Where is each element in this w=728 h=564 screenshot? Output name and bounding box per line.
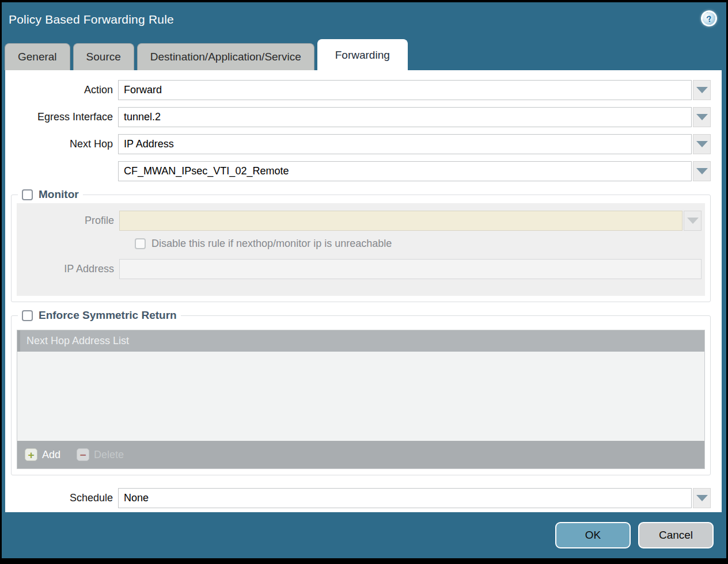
tab-forwarding[interactable]: Forwarding [317, 39, 408, 70]
enforce-symmetric-return-legend: Enforce Symmetric Return [18, 309, 181, 322]
help-icon[interactable]: ? [699, 9, 719, 28]
chevron-down-icon [687, 218, 699, 224]
egress-interface-row: Egress Interface tunnel.2 [5, 107, 711, 127]
next-hop-address-list-header: Next Hop Address List [17, 330, 704, 352]
dialog-window: Policy Based Forwarding Rule ? General S… [0, 0, 728, 564]
next-hop-label: Next Hop [5, 138, 118, 150]
disable-rule-row: Disable this rule if nexthop/monitor ip … [135, 238, 702, 250]
egress-interface-value[interactable]: tunnel.2 [118, 107, 692, 127]
next-hop-address-list-header-label: Next Hop Address List [26, 335, 129, 347]
next-hop-row: Next Hop IP Address [5, 134, 711, 154]
minus-icon: − [77, 448, 89, 461]
action-label: Action [5, 84, 118, 96]
next-hop-dropdown[interactable]: IP Address [118, 134, 711, 154]
next-hop-address-value[interactable]: CF_MWAN_IPsec_VTI_02_Remote [118, 161, 692, 181]
schedule-row: Schedule None [5, 488, 711, 508]
chevron-down-icon [696, 87, 708, 93]
plus-icon: + [25, 448, 37, 461]
tab-source[interactable]: Source [73, 43, 134, 70]
disable-rule-label: Disable this rule if nexthop/monitor ip … [151, 238, 392, 250]
dialog-footer: OK Cancel [2, 512, 726, 558]
schedule-dropdown-button[interactable] [693, 488, 711, 508]
monitor-ip-address-row: IP Address [17, 259, 702, 279]
next-hop-address-list-body[interactable] [17, 352, 704, 441]
enforce-symmetric-return-legend-label: Enforce Symmetric Return [39, 309, 177, 322]
enforce-symmetric-return-checkbox[interactable] [22, 310, 33, 321]
add-button-label: Add [42, 449, 60, 461]
profile-dropdown [119, 211, 702, 231]
monitor-checkbox[interactable] [22, 189, 33, 200]
schedule-label: Schedule [5, 492, 118, 504]
add-button[interactable]: + Add [25, 448, 60, 461]
tab-destination-application-service[interactable]: Destination/Application/Service [137, 43, 314, 70]
profile-row: Profile [17, 211, 702, 231]
forwarding-tab-panel: Action Forward Egress Interface tunnel.2… [5, 70, 722, 512]
next-hop-address-row: CF_MWAN_IPsec_VTI_02_Remote [5, 161, 711, 181]
monitor-ip-address-field-wrap [119, 259, 702, 279]
monitor-ip-address-label: IP Address [17, 263, 119, 275]
delete-button-label: Delete [94, 449, 124, 461]
dialog-title: Policy Based Forwarding Rule [9, 13, 174, 26]
schedule-dropdown[interactable]: None [118, 488, 711, 508]
profile-label: Profile [17, 215, 119, 227]
dialog-frame: Policy Based Forwarding Rule ? General S… [2, 2, 726, 558]
egress-interface-dropdown[interactable]: tunnel.2 [118, 107, 711, 127]
ok-button[interactable]: OK [555, 522, 631, 548]
monitor-legend: Monitor [18, 188, 83, 201]
next-hop-address-dropdown-button[interactable] [693, 161, 711, 181]
next-hop-address-list-table: Next Hop Address List + Add − Delete [17, 330, 705, 469]
action-value[interactable]: Forward [118, 80, 692, 100]
monitor-disabled-panel: Profile Disable this rule if nexthop/mon… [17, 203, 705, 296]
next-hop-address-list-toolbar: + Add − Delete [17, 441, 704, 468]
schedule-value[interactable]: None [118, 488, 692, 508]
title-bar: Policy Based Forwarding Rule ? [2, 2, 726, 39]
chevron-down-icon [696, 114, 708, 120]
monitor-legend-label: Monitor [39, 188, 79, 201]
action-row: Action Forward [5, 80, 711, 100]
next-hop-address-dropdown[interactable]: CF_MWAN_IPsec_VTI_02_Remote [118, 161, 711, 181]
tab-general[interactable]: General [5, 43, 70, 70]
egress-interface-label: Egress Interface [5, 111, 118, 123]
egress-interface-dropdown-button[interactable] [693, 107, 711, 127]
disable-rule-checkbox [135, 238, 146, 249]
cancel-button[interactable]: Cancel [638, 522, 714, 548]
action-dropdown[interactable]: Forward [118, 80, 711, 100]
action-dropdown-button[interactable] [693, 80, 711, 100]
monitor-section: Monitor Profile Disable this rule if nex… [11, 188, 711, 302]
next-hop-dropdown-button[interactable] [693, 134, 711, 154]
chevron-down-icon [696, 495, 708, 501]
delete-button: − Delete [77, 448, 124, 461]
chevron-down-icon [696, 141, 708, 147]
next-hop-value[interactable]: IP Address [118, 134, 692, 154]
tab-bar: General Source Destination/Application/S… [5, 39, 408, 70]
profile-value [119, 211, 682, 231]
enforce-symmetric-return-section: Enforce Symmetric Return Next Hop Addres… [11, 309, 711, 475]
chevron-down-icon [696, 168, 708, 174]
profile-dropdown-button [684, 211, 702, 231]
monitor-ip-address-field [119, 259, 702, 279]
